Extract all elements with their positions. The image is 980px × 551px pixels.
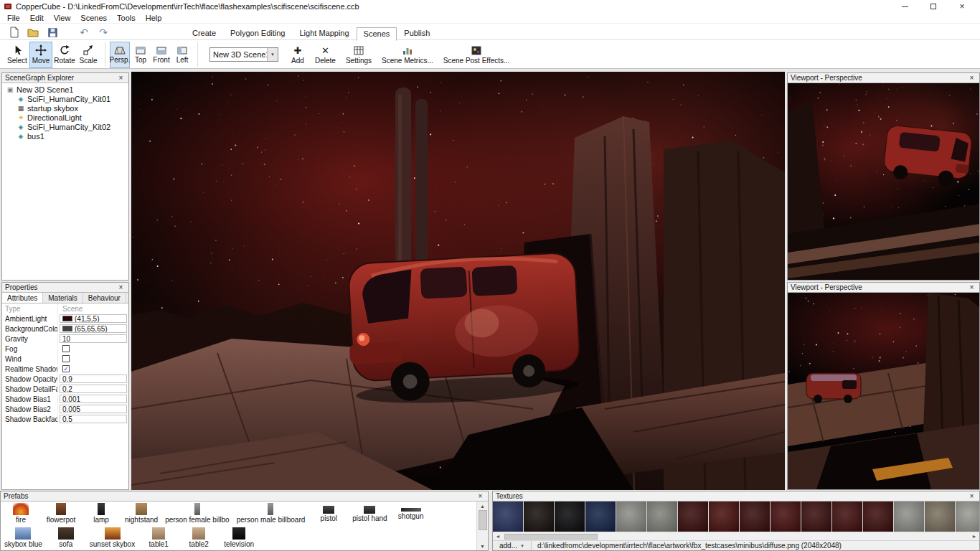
undo-button[interactable]: ↶ (76, 25, 92, 39)
save-button[interactable] (44, 25, 60, 39)
scene-post-effects-button[interactable]: Scene Post Effects... (438, 42, 515, 68)
texture-thumb[interactable] (956, 501, 979, 532)
close-icon[interactable]: × (967, 74, 976, 82)
view-left-button[interactable]: Left (172, 42, 192, 68)
prefab-item-nightstand[interactable]: nightstand (121, 503, 161, 524)
property-value[interactable]: 0.005 (60, 405, 127, 413)
close-icon[interactable]: × (116, 74, 126, 82)
main-3d-viewport[interactable] (131, 72, 785, 490)
property-value[interactable]: 0.5 (60, 415, 127, 423)
prefab-item-shotgun[interactable]: shotgun (391, 503, 431, 520)
texture-thumb[interactable] (555, 501, 585, 532)
checkbox[interactable] (62, 355, 70, 362)
texture-thumb[interactable] (493, 501, 523, 532)
menu-item-scenes[interactable]: Scenes (75, 13, 112, 24)
prefab-item-person-male-billboard[interactable]: person male billboard (233, 503, 309, 524)
select-tool-button[interactable]: Select (6, 42, 29, 68)
minimize-button[interactable] (890, 0, 919, 13)
prefab-item-table2[interactable]: table2 (179, 527, 219, 548)
prefab-item-pistol-hand[interactable]: pistol hand (349, 503, 390, 522)
prefab-item-flowerpot[interactable]: flowerpot (41, 503, 81, 524)
scene-settings-button[interactable]: Settings (341, 42, 377, 68)
prefab-item-skybox-blue[interactable]: skybox blue (1, 527, 46, 548)
property-value[interactable]: 0.2 (60, 385, 127, 393)
properties-tab-behaviour[interactable]: Behaviour (83, 293, 126, 303)
texture-thumb[interactable] (585, 501, 616, 532)
property-value[interactable]: ✓ (60, 364, 127, 373)
prefab-item-television[interactable]: television (219, 527, 259, 548)
property-value[interactable]: (41,5,5) (60, 314, 127, 323)
prefab-item-sofa[interactable]: sofa (46, 527, 86, 548)
view-top-button[interactable]: Top (131, 42, 151, 68)
prefab-item-person-female-billbo[interactable]: person female billbo (161, 503, 233, 524)
menu-item-view[interactable]: View (49, 13, 76, 24)
open-file-button[interactable] (25, 25, 41, 39)
scene-select-dropdown[interactable]: New 3D Scene1 ▼ (209, 47, 278, 62)
texture-thumb[interactable] (801, 501, 831, 532)
property-value[interactable]: 0.9 (60, 375, 127, 383)
texture-thumb[interactable] (678, 501, 708, 532)
tab-publish[interactable]: Publish (397, 27, 437, 40)
prefab-item-table1[interactable]: table1 (138, 527, 179, 548)
viewport-bottom-right-canvas[interactable] (788, 293, 979, 489)
texture-thumb[interactable] (524, 501, 554, 532)
scale-tool-button[interactable]: Scale (77, 42, 100, 68)
property-value[interactable]: 0.001 (60, 395, 127, 403)
scene-metrics-button[interactable]: Scene Metrics... (377, 42, 438, 68)
texture-thumb[interactable] (771, 501, 801, 532)
prefabs-scrollbar[interactable]: ▲ ▼ (476, 501, 488, 550)
texture-thumb[interactable] (894, 501, 924, 532)
tree-item-scifi-humancity-kit02[interactable]: ◈SciFi_HumanCity_Kit02 (2, 122, 128, 131)
view-persp-button[interactable]: Persp. (110, 42, 130, 68)
close-button[interactable]: × (948, 0, 976, 13)
scroll-right-icon[interactable]: ► (969, 532, 979, 540)
texture-thumb[interactable] (832, 501, 862, 532)
property-value[interactable] (60, 344, 127, 353)
property-value[interactable] (60, 354, 127, 363)
property-value[interactable]: 10 (60, 334, 127, 343)
scrollbar-thumb[interactable] (479, 510, 487, 530)
tab-create[interactable]: Create (185, 27, 223, 40)
tree-item-directionallight[interactable]: ☀DirectionalLight (2, 113, 128, 122)
tree-item-bus1[interactable]: ◈bus1 (2, 131, 128, 141)
delete-scene-button[interactable]: ✕ Delete (310, 42, 341, 68)
prefab-item-pistol[interactable]: pistol (308, 503, 349, 522)
scroll-up-icon[interactable]: ▲ (477, 501, 488, 510)
property-value[interactable]: (65,65,65) (60, 324, 127, 333)
prefab-item-lamp[interactable]: lamp (81, 503, 121, 524)
texture-thumb[interactable] (709, 501, 739, 532)
move-tool-button[interactable]: Move (29, 42, 52, 68)
texture-thumb[interactable] (740, 501, 770, 532)
menu-item-edit[interactable]: Edit (25, 13, 49, 24)
texture-thumb[interactable] (616, 501, 646, 532)
texture-thumb[interactable] (863, 501, 893, 532)
checkbox-checked[interactable]: ✓ (62, 365, 70, 372)
tree-item-scifi-humancity-kit01[interactable]: ◈SciFi_HumanCity_Kit01 (2, 94, 128, 103)
close-icon[interactable]: × (116, 283, 126, 291)
texture-thumb[interactable] (925, 501, 955, 532)
tree-item-new-3d-scene1[interactable]: ▣New 3D Scene1 (2, 85, 128, 94)
properties-tab-attributes[interactable]: Attributes (2, 293, 43, 303)
prefab-item-sunset-skybox[interactable]: sunset skybox (86, 527, 138, 548)
viewport-top-right-canvas[interactable] (788, 83, 979, 280)
redo-button[interactable]: ↷ (95, 25, 111, 39)
view-front-button[interactable]: Front (151, 42, 171, 68)
tab-polygon-editing[interactable]: Polygon Editing (223, 27, 292, 40)
checkbox[interactable] (62, 345, 70, 352)
close-icon[interactable]: × (967, 492, 976, 500)
texture-add-button[interactable]: add... ▼ (493, 541, 532, 550)
texture-thumb[interactable] (647, 501, 677, 532)
new-file-button[interactable] (6, 25, 22, 39)
scroll-down-icon[interactable]: ▼ (477, 542, 488, 550)
add-scene-button[interactable]: ✚ Add (286, 42, 310, 68)
rotate-tool-button[interactable]: Rotate (53, 42, 76, 68)
menu-item-help[interactable]: Help (141, 13, 167, 24)
close-icon[interactable]: × (967, 283, 976, 291)
scrollbar-thumb[interactable] (504, 534, 598, 540)
maximize-button[interactable] (919, 0, 948, 13)
tree-item-startup-skybox[interactable]: ▦startup skybox (2, 103, 128, 113)
close-icon[interactable]: × (476, 492, 485, 500)
tab-scenes[interactable]: Scenes (357, 27, 397, 41)
menu-item-file[interactable]: File (2, 13, 25, 24)
menu-item-tools[interactable]: Tools (112, 13, 141, 24)
